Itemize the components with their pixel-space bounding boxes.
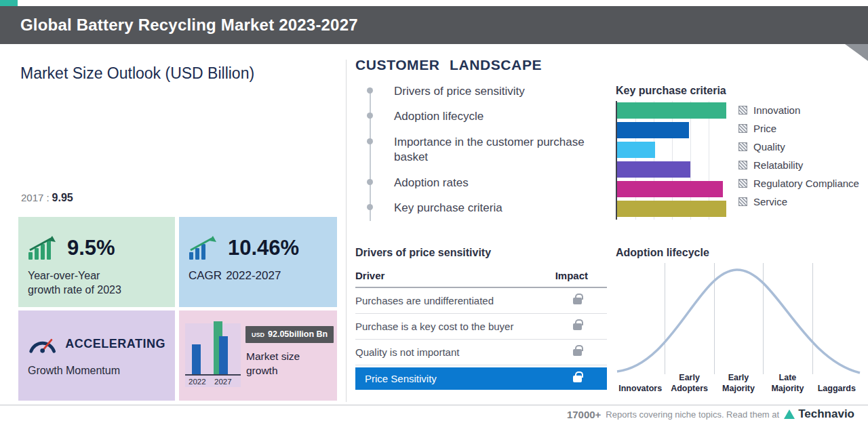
market-value-badge: USD 92.05billion Bn (245, 326, 334, 343)
legend-label: Service (753, 196, 787, 207)
legend-item: Price (738, 123, 859, 134)
cagr-card: 10.46% CAGR2022-2027 (179, 217, 337, 307)
technavio-triangle-icon (784, 409, 795, 419)
cagr-trend-icon (189, 236, 220, 260)
momentum-card: ACCELERATING Growth Momentum (18, 310, 175, 401)
page-title: Global Battery Recycling Market 2023-202… (20, 16, 358, 35)
footer-divider (0, 405, 868, 405)
market-size-growth-label: Market size growth (246, 350, 300, 378)
legend-swatch-icon (738, 142, 747, 151)
market-size-mini-chart: 2022 2027 (185, 323, 241, 387)
customer-landscape-list: Drivers of price sensitivity Adoption li… (370, 84, 597, 226)
msg-label-line1: Market size (246, 350, 300, 362)
legend-label: Quality (753, 141, 785, 153)
cagr-period: 2022-2027 (226, 269, 281, 282)
legend-label: Relatability (753, 159, 803, 171)
price-sensitivity-title: Drivers of price sensitivity (355, 247, 491, 259)
legend-swatch-icon (738, 106, 747, 115)
price-sensitivity-highlight-row: Price Sensitivity (355, 367, 607, 390)
table-row: Purchases are undifferentiated (355, 288, 607, 314)
lock-icon (573, 323, 582, 330)
table-header-row: Driver Impact (355, 266, 607, 288)
legend-item: Regulatory Compliance (738, 178, 859, 189)
column-impact: Impact (555, 270, 588, 281)
base-year-value: 2017:9.95 (21, 192, 73, 204)
teal-corner-accent (0, 0, 18, 6)
technavio-logo[interactable]: Technavio (784, 407, 854, 421)
legend-item: Innovation (738, 104, 859, 116)
legend-swatch-icon (738, 179, 747, 188)
mini-chart-year-end: 2027 (214, 378, 232, 386)
stage-label: Early Adopters (665, 373, 713, 394)
cagr-label: CAGR2022-2027 (189, 269, 328, 283)
badge-amount: 92.05billion Bn (268, 329, 328, 339)
price-sensitivity-table: Driver Impact Purchases are undifferenti… (355, 266, 607, 390)
technavio-wordmark: Technavio (798, 407, 854, 421)
key-purchase-criteria-title: Key purchase criteria (616, 85, 726, 97)
kpc-bar (617, 142, 655, 158)
footer-text: Reports covering niche topics. Read them… (606, 409, 779, 420)
legend-item: Relatability (738, 159, 859, 171)
driver-text: Purchases are undifferentiated (355, 295, 494, 306)
footer: 17000+ Reports covering niche topics. Re… (567, 407, 854, 421)
stage-label: Innovators (616, 384, 665, 395)
driver-text: Purchase is a key cost to the buyer (355, 321, 513, 332)
bell-curve (616, 263, 861, 374)
stat-cards: 9.5% Year-over-Year growth rate of 2023 … (18, 217, 337, 401)
speedometer-icon (28, 334, 57, 354)
kpc-legend: Innovation Price Quality Relatability Re… (738, 104, 859, 214)
lock-icon (573, 376, 582, 382)
lock-icon (573, 349, 582, 356)
legend-label: Innovation (753, 104, 800, 116)
mini-bar (219, 336, 228, 374)
kpc-bar (617, 161, 690, 178)
legend-swatch-icon (738, 161, 747, 169)
yoy-growth-label: Year-over-Year growth rate of 2023 (28, 269, 165, 298)
yoy-growth-card: 9.5% Year-over-Year growth rate of 2023 (18, 217, 175, 307)
market-size-title: Market Size Outlook (USD Billion) (20, 64, 254, 83)
mini-chart-axis (185, 374, 241, 376)
legend-item: Quality (738, 141, 859, 153)
highlight-text: Price Sensitivity (365, 373, 437, 384)
landscape-item: Adoption rates (370, 176, 597, 190)
report-count: 17000+ (567, 409, 601, 420)
lock-icon (573, 298, 582, 304)
driver-text: Quality is not important (355, 346, 459, 358)
adoption-lifecycle-title: Adoption lifecycle (616, 247, 709, 259)
legend-swatch-icon (738, 124, 747, 133)
momentum-value: ACCELERATING (65, 337, 165, 351)
kpc-bar (617, 201, 726, 217)
legend-item: Service (738, 196, 859, 207)
legend-label: Price (753, 123, 776, 134)
legend-swatch-icon (738, 197, 747, 206)
stage-label: Laggards (812, 384, 861, 395)
customer-landscape-title: CUSTOMER LANDSCAPE (355, 57, 542, 73)
legend-label: Regulatory Compliance (753, 178, 859, 189)
key-purchase-criteria-chart (616, 101, 726, 220)
section-divider (346, 60, 347, 402)
kpc-bar (617, 102, 726, 119)
mini-bar (192, 344, 201, 374)
table-row: Purchase is a key cost to the buyer (355, 314, 607, 340)
landscape-item: Adoption lifecycle (370, 109, 597, 124)
stage-label: Early Majority (714, 373, 763, 394)
yoy-growth-line1: Year-over-Year (28, 270, 100, 281)
yoy-growth-line2: growth rate of 2023 (28, 284, 121, 296)
base-year-separator: : (46, 192, 49, 203)
growth-bars-icon (28, 236, 59, 260)
landscape-item: Key purchase criteria (370, 201, 597, 216)
table-row: Quality is not important (355, 340, 607, 365)
kpc-bar (617, 181, 723, 197)
momentum-label: Growth Momentum (28, 365, 165, 377)
market-size-growth-card: 2022 2027 USD 92.05billion Bn Market siz… (179, 310, 337, 401)
infographic-page: Global Battery Recycling Market 2023-202… (0, 0, 868, 423)
landscape-item: Importance in the customer purchase bask… (370, 135, 597, 165)
header-fold-decoration (845, 44, 868, 61)
lifecycle-stage-labels: Innovators Early Adopters Early Majority… (616, 373, 861, 394)
cagr-value: 10.46% (228, 236, 299, 260)
adoption-lifecycle-chart (616, 263, 861, 374)
landscape-item: Drivers of price sensitivity (370, 84, 597, 99)
cagr-text: CAGR (189, 269, 222, 282)
yoy-growth-value: 9.5% (67, 236, 115, 260)
stage-label: Late Majority (763, 373, 812, 394)
